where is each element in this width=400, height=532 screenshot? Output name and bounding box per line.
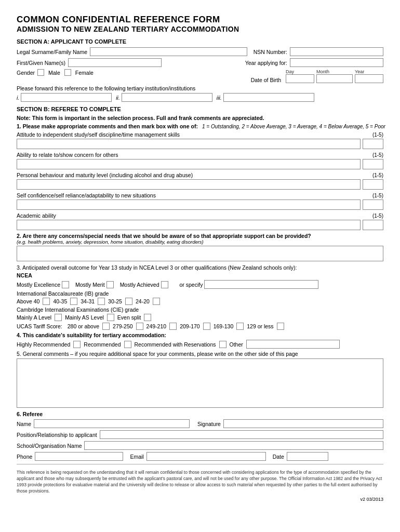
ncea-excellence-checkbox[interactable] bbox=[62, 281, 69, 288]
gender-male-label: Male bbox=[48, 70, 60, 76]
footer-text: This reference is being requested on the… bbox=[17, 470, 383, 495]
inst-i-input[interactable] bbox=[21, 93, 112, 102]
rating-label-2: Personal behaviour and maturity level (i… bbox=[17, 172, 193, 178]
nsn-label: NSN Number: bbox=[254, 49, 287, 55]
q2-input[interactable] bbox=[17, 246, 383, 261]
nsn-input[interactable] bbox=[290, 47, 383, 56]
firstname-input[interactable] bbox=[68, 58, 162, 67]
rating-score-input-2[interactable] bbox=[363, 179, 383, 190]
ucas-209170-label: 209-170 bbox=[180, 323, 200, 329]
forward-label: Please forward this reference to the fol… bbox=[17, 85, 195, 91]
ncea-specify-label: or specify bbox=[180, 282, 203, 288]
ref-school-input[interactable] bbox=[84, 441, 383, 450]
gender-male-checkbox[interactable] bbox=[37, 69, 44, 76]
ucas-249210-label: 249-210 bbox=[146, 323, 167, 329]
rating-score-2: (1-5) bbox=[372, 172, 383, 178]
ib-2420-label: 24-20 bbox=[136, 298, 150, 304]
rating-score-input-0[interactable] bbox=[363, 139, 383, 149]
ucas-label: UCAS Tariff Score: bbox=[17, 323, 62, 329]
rating-score-input-4[interactable] bbox=[363, 220, 383, 230]
rating-label-3: Self confidence/self reliance/adaptabili… bbox=[17, 192, 156, 198]
rating-score-0: (1-5) bbox=[372, 132, 383, 138]
version-text: v2 03/2013 bbox=[17, 497, 383, 502]
ib-4035-checkbox[interactable] bbox=[70, 298, 77, 305]
ucas-169130-checkbox[interactable] bbox=[236, 323, 244, 330]
year-input[interactable] bbox=[290, 58, 383, 67]
ncea-achieved-checkbox[interactable] bbox=[161, 281, 168, 288]
rating-text-4[interactable] bbox=[17, 220, 361, 230]
ref-signature-label: Signature bbox=[197, 421, 221, 427]
ref-email-label: Email bbox=[130, 454, 143, 460]
ref-name-input[interactable] bbox=[34, 419, 190, 428]
ref-position-input[interactable] bbox=[100, 430, 383, 439]
gender-female-checkbox[interactable] bbox=[64, 69, 71, 76]
ncea-merit-checkbox[interactable] bbox=[106, 281, 114, 288]
ref-email-input[interactable] bbox=[146, 452, 266, 461]
scale-note: 1 = Outstanding, 2 = Above Average, 3 = … bbox=[202, 124, 385, 129]
ref-date-label: Date bbox=[273, 454, 284, 460]
ncea-achieved-label: Mostly Achieved bbox=[120, 282, 159, 288]
cie-mainA-checkbox[interactable] bbox=[55, 314, 62, 321]
ib-3431-label: 34-31 bbox=[81, 298, 95, 304]
suitability-highly-checkbox[interactable] bbox=[73, 341, 81, 348]
surname-label: Legal Surname/Family Name bbox=[17, 49, 87, 55]
ref-phone-input[interactable] bbox=[35, 452, 123, 461]
dob-year-label: Year bbox=[355, 69, 364, 74]
ucas-279250-checkbox[interactable] bbox=[136, 323, 143, 330]
ib-4035-label: 40-35 bbox=[53, 298, 67, 304]
ncea-specify-input[interactable] bbox=[204, 280, 318, 289]
general-comments-box[interactable] bbox=[17, 358, 383, 408]
suitability-highly-label: Highly Recommended bbox=[17, 341, 70, 348]
dob-day-label: Day bbox=[286, 69, 294, 74]
ib-3025-checkbox[interactable] bbox=[125, 298, 132, 305]
ncea-options: Mostly Excellence Mostly Merit Mostly Ac… bbox=[17, 280, 383, 289]
ncea-label: NCEA bbox=[17, 272, 383, 278]
rating-text-3[interactable] bbox=[17, 200, 361, 210]
dob-month-input[interactable] bbox=[316, 74, 353, 83]
cie-even-checkbox[interactable] bbox=[144, 314, 151, 321]
cie-even-label: Even split bbox=[117, 314, 141, 321]
section-b-header: SECTION B: REFEREE TO COMPLETE bbox=[17, 106, 383, 112]
ib-2420-checkbox[interactable] bbox=[153, 298, 160, 305]
main-title: COMMON CONFIDENTIAL REFERENCE FORM bbox=[17, 15, 383, 25]
rating-text-0[interactable] bbox=[17, 139, 361, 149]
ib-above40-checkbox[interactable] bbox=[43, 298, 50, 305]
suitability-reservations-checkbox[interactable] bbox=[219, 341, 226, 348]
ucas-row: UCAS Tariff Score: 280 or above 279-250 … bbox=[17, 323, 383, 330]
q2-label: 2. Are there any concerns/special needs … bbox=[17, 233, 383, 239]
ncea-merit-label: Mostly Merit bbox=[75, 282, 105, 288]
suitability-reservations-label: Recommended with Reservations bbox=[135, 341, 216, 348]
surname-input[interactable] bbox=[90, 47, 247, 56]
ib-above40-label: Above 40 bbox=[17, 298, 39, 304]
rating-score-input-3[interactable] bbox=[363, 200, 383, 210]
inst-iii-input[interactable] bbox=[223, 93, 314, 102]
ib-3431-checkbox[interactable] bbox=[98, 298, 105, 305]
dob-year-input[interactable] bbox=[355, 74, 383, 83]
inst-ii-input[interactable] bbox=[122, 93, 212, 102]
rating-label-4: Academic ability bbox=[17, 212, 56, 219]
rating-score-1: (1-5) bbox=[372, 152, 383, 158]
ucas-129-checkbox[interactable] bbox=[277, 323, 284, 330]
cie-mainA-label: Mainly A Level bbox=[17, 314, 51, 321]
ref-name-label: Name bbox=[17, 421, 31, 427]
rating-score-input-1[interactable] bbox=[363, 159, 383, 169]
suitability-recommended-checkbox[interactable] bbox=[124, 341, 131, 348]
dob-day-input[interactable] bbox=[286, 74, 314, 83]
ucas-249210-checkbox[interactable] bbox=[169, 323, 177, 330]
cie-mainAS-label: Mainly AS Level bbox=[65, 314, 104, 321]
ref-date-input[interactable] bbox=[287, 452, 328, 461]
ucas-280-checkbox[interactable] bbox=[102, 323, 110, 330]
ref-signature-input[interactable] bbox=[223, 419, 383, 428]
rating-text-2[interactable] bbox=[17, 179, 361, 190]
rating-text-1[interactable] bbox=[17, 159, 361, 169]
suitability-other-label: Other bbox=[230, 341, 243, 348]
suitability-other-input[interactable] bbox=[246, 340, 340, 349]
ucas-209170-checkbox[interactable] bbox=[203, 323, 210, 330]
instruction-label: 1. Please make appropriate comments and … bbox=[17, 123, 198, 129]
dob-month-label: Month bbox=[316, 69, 329, 74]
note-text: Note: This form is important in the sele… bbox=[17, 115, 383, 121]
cie-label: Cambridge International Examinations (CI… bbox=[17, 307, 383, 313]
cie-mainAS-checkbox[interactable] bbox=[107, 314, 114, 321]
rating-label-1: Ability to relate to/show concern for ot… bbox=[17, 152, 118, 158]
gender-female-label: Female bbox=[75, 70, 94, 76]
